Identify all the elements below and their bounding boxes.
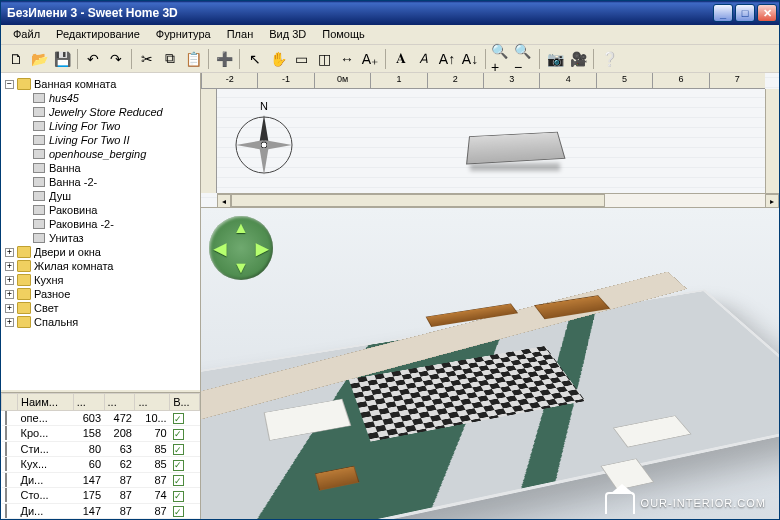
table-row[interactable]: Сто...1758774✓	[2, 488, 200, 504]
catalog-item[interactable]: Унитаз	[5, 231, 196, 245]
catalog-folder[interactable]: +Двери и окна	[5, 245, 196, 259]
table-row[interactable]: опе...60347210...✓	[2, 410, 200, 426]
catalog-item[interactable]: Living For Two II	[5, 133, 196, 147]
save-icon[interactable]: 💾	[51, 48, 73, 70]
add-furniture-icon[interactable]: ➕	[213, 48, 235, 70]
column-header[interactable]: ...	[135, 393, 170, 410]
undo-icon[interactable]: ↶	[82, 48, 104, 70]
folder-icon	[17, 316, 31, 328]
new-icon[interactable]: 🗋	[5, 48, 27, 70]
visible-checkbox[interactable]: ✓	[173, 475, 184, 486]
catalog-folder[interactable]: +Жилая комната	[5, 259, 196, 273]
3d-view[interactable]: ▲ ▼ ◀ ▶	[201, 208, 779, 519]
catalog-item[interactable]: Ванна -2-	[5, 175, 196, 189]
menu-Помощь[interactable]: Помощь	[314, 25, 373, 44]
room-icon[interactable]: ◫	[313, 48, 335, 70]
catalog-item[interactable]: hus45	[5, 91, 196, 105]
table-row[interactable]: Кро...15820870✓	[2, 426, 200, 442]
menu-Фурнитура[interactable]: Фурнитура	[148, 25, 219, 44]
scroll-track[interactable]	[231, 194, 765, 207]
italic-icon[interactable]: 𝘈	[413, 48, 435, 70]
bold-icon[interactable]: 𝐀	[390, 48, 412, 70]
minimize-button[interactable]: _	[713, 4, 733, 22]
plan-view[interactable]: -2-10м1234567 N ◂ ▸	[201, 73, 779, 208]
furniture-table[interactable]: Наим............В...опе...60347210...✓Кр…	[1, 393, 200, 520]
column-header[interactable]: ...	[104, 393, 135, 410]
toolbar: 🗋📂💾↶↷✂⧉📋➕↖✋▭◫↔A₊𝐀𝘈A↑A↓🔍+🔍−📷🎥❔	[1, 45, 779, 73]
redo-icon[interactable]: ↷	[105, 48, 127, 70]
font-inc-icon[interactable]: A↑	[436, 48, 458, 70]
item-icon	[5, 426, 7, 440]
scroll-right-button[interactable]: ▸	[765, 194, 779, 208]
catalog-folder[interactable]: +Кухня	[5, 273, 196, 287]
paste-icon[interactable]: 📋	[182, 48, 204, 70]
item-icon	[33, 219, 45, 229]
help-icon[interactable]: ❔	[598, 48, 620, 70]
table-row[interactable]: Ди...1478787✓	[2, 472, 200, 488]
column-header[interactable]: ...	[73, 393, 104, 410]
visible-checkbox[interactable]: ✓	[173, 429, 184, 440]
window-controls: _ □ ✕	[713, 4, 777, 22]
menu-Редактирование[interactable]: Редактирование	[48, 25, 148, 44]
catalog-tree[interactable]: −Ванная комнатаhus45Jewelry Store Reduce…	[1, 73, 200, 389]
ruler-horizontal: -2-10м1234567	[201, 73, 765, 89]
left-panel: −Ванная комнатаhus45Jewelry Store Reduce…	[1, 73, 201, 519]
video-icon[interactable]: 🎥	[567, 48, 589, 70]
catalog-item[interactable]: Living For Two	[5, 119, 196, 133]
item-icon	[5, 473, 7, 487]
zoom-out-icon[interactable]: 🔍−	[513, 48, 535, 70]
copy-icon[interactable]: ⧉	[159, 48, 181, 70]
menu-Вид 3D[interactable]: Вид 3D	[261, 25, 314, 44]
visible-checkbox[interactable]: ✓	[173, 413, 184, 424]
ruler-vertical	[201, 89, 217, 193]
table-row[interactable]: Ди...1478787✓	[2, 503, 200, 519]
catalog-item[interactable]: Раковина	[5, 203, 196, 217]
visible-checkbox[interactable]: ✓	[173, 491, 184, 502]
catalog-item[interactable]: Раковина -2-	[5, 217, 196, 231]
item-icon	[33, 107, 45, 117]
dimension-icon[interactable]: ↔	[336, 48, 358, 70]
plan-scrollbar-horizontal[interactable]: ◂ ▸	[217, 193, 779, 207]
font-dec-icon[interactable]: A↓	[459, 48, 481, 70]
catalog-folder[interactable]: +Свет	[5, 301, 196, 315]
scroll-left-button[interactable]: ◂	[217, 194, 231, 208]
close-button[interactable]: ✕	[757, 4, 777, 22]
catalog-folder[interactable]: −Ванная комната	[5, 77, 196, 91]
item-icon	[5, 504, 7, 518]
compass: N	[229, 101, 299, 177]
select-icon[interactable]: ↖	[244, 48, 266, 70]
text-icon[interactable]: A₊	[359, 48, 381, 70]
cut-icon[interactable]: ✂	[136, 48, 158, 70]
folder-icon	[17, 302, 31, 314]
item-icon	[33, 163, 45, 173]
wall-icon[interactable]: ▭	[290, 48, 312, 70]
table-row[interactable]: Кух...606285✓	[2, 457, 200, 473]
pan-icon[interactable]: ✋	[267, 48, 289, 70]
item-icon	[33, 149, 45, 159]
maximize-button[interactable]: □	[735, 4, 755, 22]
open-icon[interactable]: 📂	[28, 48, 50, 70]
visible-checkbox[interactable]: ✓	[173, 506, 184, 517]
table-row[interactable]: Сти...806385✓	[2, 441, 200, 457]
svg-point-6	[261, 142, 267, 148]
item-icon	[33, 205, 45, 215]
plan-scrollbar-vertical[interactable]	[765, 89, 779, 193]
right-panel: -2-10м1234567 N ◂ ▸	[201, 73, 779, 519]
catalog-item[interactable]: Душ	[5, 189, 196, 203]
visible-checkbox[interactable]: ✓	[173, 444, 184, 455]
folder-icon	[17, 288, 31, 300]
scroll-thumb[interactable]	[231, 194, 605, 207]
catalog-item[interactable]: Ванна	[5, 161, 196, 175]
catalog-item[interactable]: Jewelry Store Reduced	[5, 105, 196, 119]
menu-Файл[interactable]: Файл	[5, 25, 48, 44]
column-header[interactable]: Наим...	[18, 393, 74, 410]
catalog-folder[interactable]: +Спальня	[5, 315, 196, 329]
catalog-item[interactable]: openhouse_berging	[5, 147, 196, 161]
photo-icon[interactable]: 📷	[544, 48, 566, 70]
zoom-in-icon[interactable]: 🔍+	[490, 48, 512, 70]
menu-План[interactable]: План	[219, 25, 262, 44]
catalog-folder[interactable]: +Разное	[5, 287, 196, 301]
visible-checkbox[interactable]: ✓	[173, 460, 184, 471]
item-icon	[33, 177, 45, 187]
column-header[interactable]: В...	[170, 393, 200, 410]
